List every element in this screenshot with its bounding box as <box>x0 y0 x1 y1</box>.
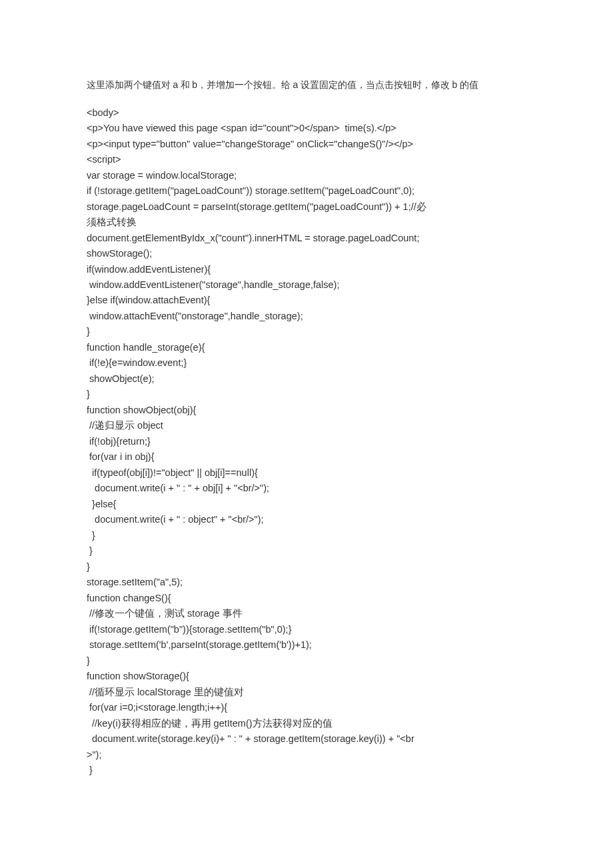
code-line: <body> <box>87 105 526 121</box>
code-line: showStorage(); <box>87 246 526 261</box>
code-line: window.addEventListener("storage",handle… <box>87 277 526 293</box>
code-line: <script> <box>87 152 526 167</box>
code-line: } <box>87 528 526 543</box>
code-line: if(!e){e=window.event;} <box>87 355 526 371</box>
code-line: >"); <box>87 747 526 763</box>
code-line: document.write(storage.key(i)+ " : " + s… <box>87 731 526 747</box>
code-line: } <box>87 653 526 669</box>
code-line: if(typeof(obj[i])!="object" || obj[i]==n… <box>87 465 526 481</box>
code-line: document.write(i + " : object" + "<br/>"… <box>87 512 526 527</box>
code-line: storage.setItem('b',parseInt(storage.get… <box>87 637 526 653</box>
code-line: //递归显示 object <box>87 418 526 433</box>
code-line: <p><input type="button" value="changeSto… <box>87 137 526 152</box>
code-line: function changeS(){ <box>87 591 526 606</box>
code-line: } <box>87 324 526 339</box>
intro-seg4: 设置固定的值，当点击按钮时，修改 <box>298 80 452 90</box>
code-line: var storage = window.localStorage; <box>87 168 526 183</box>
intro-text: 这里添加两个键值对 a 和 b，并增加一个按钮。给 a 设置固定的值，当点击按钮… <box>87 77 526 93</box>
code-line: for(var i in obj){ <box>87 449 526 465</box>
code-line: if(!obj){return;} <box>87 434 526 449</box>
code-line: //修改一个键值，测试 storage 事件 <box>87 606 526 621</box>
code-line: function showObject(obj){ <box>87 403 526 418</box>
code-listing: <body> <p>You have viewed this page <spa… <box>87 105 526 779</box>
intro-seg5: 的值 <box>457 80 478 90</box>
code-line: showObject(e); <box>87 371 526 387</box>
code-line: if(!storage.getItem("b")){storage.setIte… <box>87 622 526 637</box>
intro-b: b <box>192 79 197 90</box>
code-line: document.getElementByIdx_x("count").inne… <box>87 231 526 246</box>
intro-seg2: 和 <box>178 80 192 90</box>
code-line: } <box>87 559 526 575</box>
code-line: for(var i=0;i<storage.length;i++){ <box>87 700 526 715</box>
code-line: <p>You have viewed this page <span id="c… <box>87 121 526 136</box>
code-line: window.attachEvent("onstorage",handle_st… <box>87 309 526 324</box>
code-line: } <box>87 543 526 559</box>
code-line: 须格式转换 <box>87 215 526 230</box>
code-line: function showStorage(){ <box>87 669 526 684</box>
intro-seg1: 这里添加两个键值对 <box>87 80 173 90</box>
code-line: document.write(i + " : " + obj[i] + "<br… <box>87 481 526 496</box>
code-line: if (!storage.getItem("pageLoadCount")) s… <box>87 183 526 199</box>
code-line: storage.setItem("a",5); <box>87 575 526 590</box>
code-line: }else if(window.attachEvent){ <box>87 293 526 308</box>
intro-seg3: ，并增加一个按钮。给 <box>197 80 293 90</box>
code-line: }else{ <box>87 497 526 512</box>
code-line: storage.pageLoadCount = parseInt(storage… <box>87 199 526 215</box>
code-line: //循环显示 localStorage 里的键值对 <box>87 685 526 700</box>
code-line: if(window.addEventListener){ <box>87 262 526 277</box>
code-line: } <box>87 763 526 778</box>
code-line: function handle_storage(e){ <box>87 340 526 355</box>
code-line: //key(i)获得相应的键，再用 getItem()方法获得对应的值 <box>87 716 526 731</box>
code-line: } <box>87 387 526 402</box>
